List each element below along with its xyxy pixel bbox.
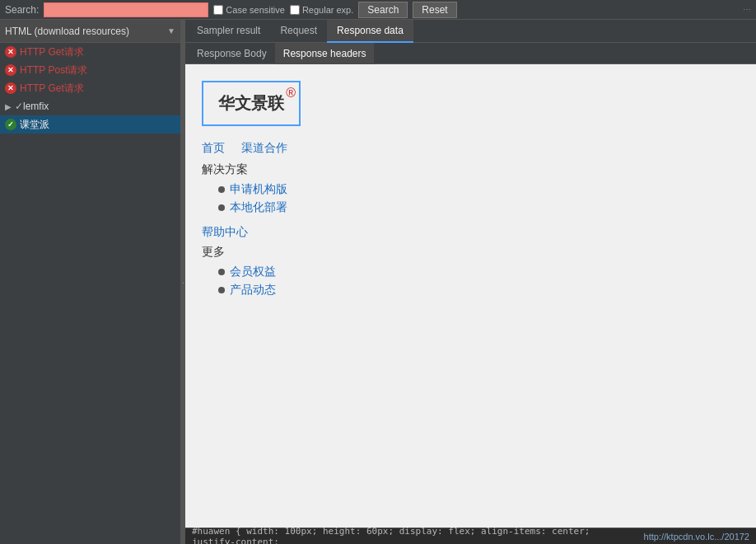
regex-label: Regular exp. xyxy=(302,5,353,15)
sidebar-item-http-get-1[interactable]: ✕ HTTP Get请求 xyxy=(0,43,180,61)
case-sensitive-checkbox[interactable] xyxy=(213,5,223,15)
bullet-dot-3 xyxy=(218,269,225,275)
case-sensitive-label: Case sensitive xyxy=(226,5,285,15)
help-center-link[interactable]: 帮助中心 xyxy=(202,225,248,238)
sidebar-item-label-1: HTTP Get请求 xyxy=(20,45,84,59)
sidebar-dropdown-arrow: ▼ xyxy=(167,26,175,35)
sidebar: HTML (download resources) ▼ ✕ HTTP Get请求… xyxy=(0,20,181,544)
bullet-dot-1 xyxy=(218,186,225,193)
sidebar-item-http-post[interactable]: ✕ HTTP Post请求 xyxy=(0,61,180,79)
search-button[interactable]: Search xyxy=(358,2,408,18)
link-membership[interactable]: 会员权益 xyxy=(230,265,276,279)
bullet-list-2: 会员权益 产品动态 xyxy=(218,265,740,298)
content-preview[interactable]: 华文景联 ® 首页 渠道合作 解决方案 申请机构版 xyxy=(185,64,756,528)
link-product[interactable]: 产品动态 xyxy=(230,283,276,298)
bullet-item-membership: 会员权益 xyxy=(218,265,740,279)
bullet-item-institution: 申请机构版 xyxy=(218,182,740,197)
sidebar-item-label-ketangpai: 课堂派 xyxy=(20,118,49,132)
css-snippet: #huawen { width: 100px; height: 60px; di… xyxy=(192,526,631,545)
nav-link-home[interactable]: 首页 xyxy=(202,141,225,156)
error-icon-2: ✕ xyxy=(5,64,16,76)
tab-response-data[interactable]: Response data xyxy=(327,20,413,43)
sub-tab-response-body[interactable]: Response Body xyxy=(189,43,275,64)
drag-handle: ⋯ xyxy=(743,5,751,14)
bullet-item-product: 产品动态 xyxy=(218,283,740,298)
bullet-dot-2 xyxy=(218,204,225,211)
folder-expand-arrow: ▶ xyxy=(5,102,12,111)
main-tabs: Sampler result Request Response data xyxy=(185,20,756,43)
status-url: http://ktpcdn.vo.lc.../20172 xyxy=(644,532,749,542)
sidebar-item-label-3: HTTP Get请求 xyxy=(20,82,84,96)
status-bar: #huawen { width: 100px; height: 60px; di… xyxy=(185,528,756,544)
logo-text: 华文景联 xyxy=(218,92,284,115)
nav-links: 首页 渠道合作 xyxy=(202,141,740,156)
regex-checkbox-label[interactable]: Regular exp. xyxy=(290,5,353,15)
sidebar-folder-label: lemfix xyxy=(23,101,49,112)
sub-tab-response-headers[interactable]: Response headers xyxy=(275,43,375,64)
sidebar-header-label: HTML (download resources) xyxy=(5,26,167,37)
case-sensitive-checkbox-label[interactable]: Case sensitive xyxy=(213,5,285,15)
success-icon-ketangpai: ✓ xyxy=(5,119,16,130)
bullet-item-local: 本地化部署 xyxy=(218,200,740,215)
link-institution[interactable]: 申请机构版 xyxy=(230,182,287,197)
logo-box: 华文景联 ® xyxy=(202,81,301,126)
search-bar: Search: Case sensitive Regular exp. Sear… xyxy=(0,0,756,20)
main-area: HTML (download resources) ▼ ✕ HTTP Get请求… xyxy=(0,20,756,544)
section-title-solution: 解决方案 xyxy=(202,162,740,177)
reset-button[interactable]: Reset xyxy=(413,2,456,18)
search-input[interactable] xyxy=(44,2,208,17)
webpage-content: 华文景联 ® 首页 渠道合作 解决方案 申请机构版 xyxy=(202,73,740,402)
bullet-dot-4 xyxy=(218,287,225,293)
error-icon-1: ✕ xyxy=(5,46,16,58)
link-local[interactable]: 本地化部署 xyxy=(230,200,287,215)
sidebar-header[interactable]: HTML (download resources) ▼ xyxy=(0,20,180,43)
sidebar-list: ✕ HTTP Get请求 ✕ HTTP Post请求 ✕ HTTP Get请求 … xyxy=(0,43,180,544)
right-panel: Sampler result Request Response data Res… xyxy=(185,20,756,544)
bullet-list-1: 申请机构版 本地化部署 xyxy=(218,182,740,215)
sidebar-item-http-get-2[interactable]: ✕ HTTP Get请求 xyxy=(0,79,180,97)
tab-request[interactable]: Request xyxy=(270,20,327,43)
regex-checkbox[interactable] xyxy=(290,5,300,15)
tab-sampler-result[interactable]: Sampler result xyxy=(187,20,270,43)
success-icon-folder: ✓ xyxy=(15,101,23,112)
sidebar-folder-lemfix[interactable]: ▶ ✓ lemfix xyxy=(0,97,180,115)
sidebar-item-ketangpai[interactable]: ✓ 课堂派 xyxy=(0,115,180,134)
section-title-more: 更多 xyxy=(202,245,740,260)
nav-link-channel[interactable]: 渠道合作 xyxy=(241,141,287,156)
search-label: Search: xyxy=(5,4,39,16)
error-icon-3: ✕ xyxy=(5,82,16,94)
sub-tabs: Response Body Response headers xyxy=(185,43,756,64)
logo-badge: ® xyxy=(286,86,296,101)
sidebar-item-label-2: HTTP Post请求 xyxy=(20,63,87,77)
